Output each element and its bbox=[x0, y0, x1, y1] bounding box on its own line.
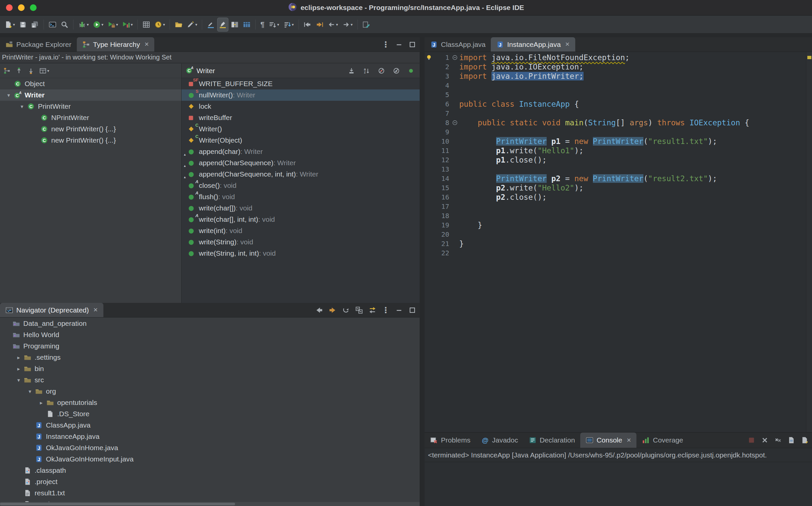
code-line[interactable]: 4 bbox=[425, 81, 806, 90]
debug-button[interactable]: ▾ bbox=[76, 18, 90, 31]
code-line[interactable]: 6public class InstanceApp { bbox=[425, 99, 806, 109]
close-icon[interactable]: ✕ bbox=[627, 437, 631, 444]
code-line[interactable]: 3import java.io.PrintWriter; bbox=[425, 72, 806, 81]
console-doc-icon[interactable] bbox=[787, 436, 795, 444]
hier-type-button[interactable] bbox=[2, 65, 12, 77]
tree-row[interactable]: JClassApp.java bbox=[0, 420, 420, 431]
save-all-button[interactable] bbox=[29, 18, 40, 31]
fold-minus-icon[interactable] bbox=[451, 120, 459, 126]
tree-row[interactable]: ▾CPrintWriter bbox=[0, 101, 181, 112]
code-line[interactable]: 7 bbox=[425, 109, 806, 118]
tree-row[interactable]: JOkJavaGoInHome.java bbox=[0, 442, 420, 453]
code-line[interactable]: 18 bbox=[425, 211, 806, 221]
new-java-grid-button[interactable] bbox=[141, 18, 152, 31]
dropdown-caret-icon[interactable]: ▾ bbox=[292, 22, 294, 27]
dropdown-caret-icon[interactable]: ▾ bbox=[101, 22, 103, 27]
code-line[interactable]: 22 bbox=[425, 248, 806, 258]
dropdown-caret-icon[interactable]: ▾ bbox=[87, 22, 89, 27]
console-doc2-icon[interactable] bbox=[801, 436, 809, 444]
code-line[interactable]: 14 PrintWriter p2 = new PrintWriter("res… bbox=[425, 174, 806, 183]
code-line[interactable]: 20 bbox=[425, 230, 806, 239]
run-button[interactable]: ▾ bbox=[91, 18, 105, 31]
chevron-down-icon[interactable]: ▾ bbox=[14, 377, 23, 383]
member-row[interactable]: CWriter() bbox=[181, 123, 420, 135]
view-menu-icon[interactable]: ⋮ bbox=[382, 40, 390, 49]
member-row[interactable]: Aclose() : void bbox=[181, 180, 420, 191]
dropdown-caret-icon[interactable]: ▾ bbox=[47, 69, 49, 73]
tree-row[interactable]: .DS_Store bbox=[0, 408, 420, 420]
sort-lines-2-button[interactable]: ▾ bbox=[281, 18, 296, 31]
member-row[interactable]: Awrite(char[], int, int) : void bbox=[181, 214, 420, 225]
member-row[interactable]: writeBuffer bbox=[181, 112, 420, 123]
member-row[interactable]: write(int) : void bbox=[181, 225, 420, 236]
terminate-icon[interactable] bbox=[747, 436, 755, 444]
status-dot-button[interactable] bbox=[406, 65, 416, 77]
member-row[interactable]: CWriter(Object) bbox=[181, 135, 420, 146]
table-view-button[interactable] bbox=[241, 18, 252, 31]
dropdown-caret-icon[interactable]: ▾ bbox=[195, 22, 197, 27]
minimize-icon[interactable] bbox=[395, 41, 403, 48]
code-line[interactable]: 13 bbox=[425, 165, 806, 174]
close-icon[interactable]: ✕ bbox=[565, 41, 570, 48]
minimize-icon[interactable] bbox=[395, 307, 403, 314]
code-line[interactable]: 5 bbox=[425, 90, 806, 99]
overview-ruler[interactable] bbox=[806, 52, 812, 432]
tree-row[interactable]: ▸bin bbox=[0, 363, 420, 374]
tab-package-explorer[interactable]: Package Explorer bbox=[0, 37, 77, 52]
hier-sub-button[interactable] bbox=[26, 65, 36, 77]
code-editor[interactable]: 1import java.io.FileNotFoundException;2i… bbox=[425, 52, 812, 432]
tab-javadoc[interactable]: @Javadoc bbox=[476, 432, 523, 448]
code-line[interactable]: 11 p1.write("Hello1"); bbox=[425, 146, 806, 155]
view-menu-icon[interactable]: ⋮ bbox=[382, 306, 390, 314]
hier-super-button[interactable] bbox=[14, 65, 24, 77]
link-with-editor-button[interactable] bbox=[361, 18, 372, 31]
compare-editors-button[interactable] bbox=[229, 18, 240, 31]
code-line[interactable]: 9 bbox=[425, 127, 806, 137]
tree-row[interactable]: ▸opentutorials bbox=[0, 397, 420, 408]
member-row[interactable]: ▴append(char) : Writer bbox=[181, 146, 420, 157]
show-whitespace-button[interactable]: ¶ bbox=[259, 18, 266, 31]
remove-launch-icon[interactable] bbox=[761, 436, 769, 444]
member-row[interactable]: Aflush() : void bbox=[181, 191, 420, 202]
maximize-icon[interactable] bbox=[408, 307, 416, 314]
tab-problems[interactable]: Problems bbox=[425, 432, 476, 448]
code-line[interactable]: 1import java.io.FileNotFoundException; bbox=[425, 53, 806, 62]
mark-occurrences-button[interactable] bbox=[217, 18, 228, 31]
chevron-down-icon[interactable]: ▾ bbox=[4, 92, 13, 98]
link-with-view-icon[interactable] bbox=[369, 306, 377, 314]
dropdown-caret-icon[interactable]: ▾ bbox=[351, 22, 353, 27]
tab-classapp-java[interactable]: JClassApp.java bbox=[425, 37, 491, 52]
chevron-down-icon[interactable]: ▾ bbox=[17, 103, 26, 110]
dropdown-caret-icon[interactable]: ▾ bbox=[336, 22, 338, 27]
history-clock-button[interactable]: ▾ bbox=[153, 18, 167, 31]
code-line[interactable]: 15 p2.write("Hello2"); bbox=[425, 183, 806, 192]
tab-declaration[interactable]: Declaration bbox=[523, 432, 580, 448]
coverage-run-button[interactable]: ▾ bbox=[120, 18, 134, 31]
sort-lines-button[interactable]: ▾ bbox=[267, 18, 280, 31]
hide-static-button[interactable]: s bbox=[391, 65, 401, 77]
prev-annotation-button[interactable] bbox=[302, 18, 313, 31]
sort-members-button[interactable]: az bbox=[361, 65, 372, 77]
member-row[interactable]: ▴append(CharSequence) : Writer bbox=[181, 157, 420, 169]
open-folder-button[interactable] bbox=[173, 18, 184, 31]
member-row[interactable]: write(char[]) : void bbox=[181, 202, 420, 214]
edit-location-button[interactable] bbox=[205, 18, 217, 31]
member-row[interactable]: SnullWriter() : Writer bbox=[181, 89, 420, 101]
nav-back-icon[interactable] bbox=[315, 306, 323, 314]
close-window-button[interactable] bbox=[6, 4, 13, 11]
member-row[interactable]: write(String, int, int) : void bbox=[181, 248, 420, 259]
remove-all-icon[interactable] bbox=[774, 436, 782, 444]
tree-row[interactable]: result1.txt bbox=[0, 487, 420, 499]
tree-row[interactable]: Programing bbox=[0, 340, 420, 352]
member-row[interactable]: lock bbox=[181, 101, 420, 112]
show-inherited-button[interactable] bbox=[346, 65, 356, 77]
dropdown-caret-icon[interactable]: ▾ bbox=[13, 22, 15, 27]
tab-navigator-deprecated-[interactable]: Navigator (Deprecated)✕ bbox=[0, 303, 103, 317]
dropdown-caret-icon[interactable]: ▾ bbox=[131, 22, 133, 27]
code-line[interactable]: 19 } bbox=[425, 221, 806, 230]
tab-coverage[interactable]: Coverage bbox=[636, 432, 688, 448]
tree-row[interactable]: .project bbox=[0, 476, 420, 487]
code-line[interactable]: 21} bbox=[425, 239, 806, 248]
chevron-right-icon[interactable]: ▸ bbox=[14, 354, 23, 361]
tree-row[interactable]: CNPrintWriter bbox=[0, 112, 181, 123]
